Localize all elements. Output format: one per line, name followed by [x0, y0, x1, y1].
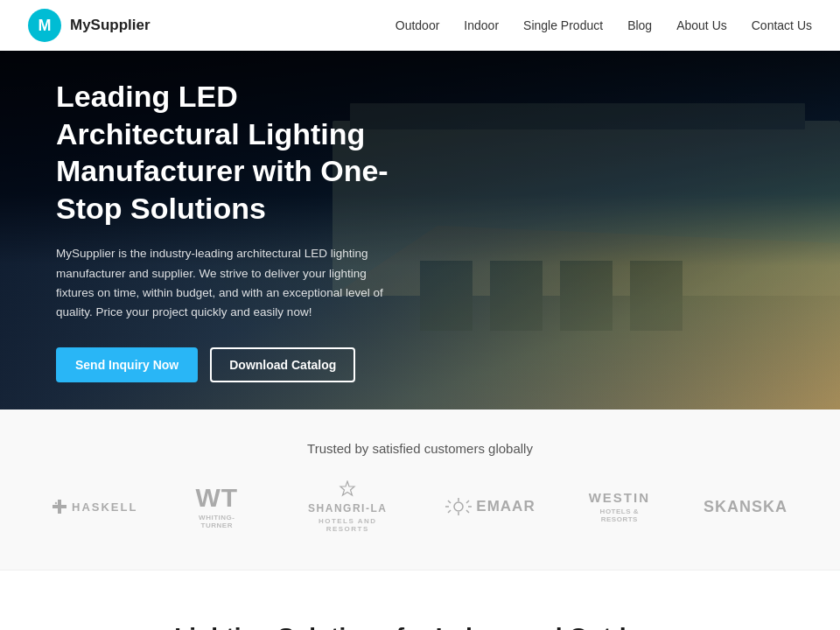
navbar: M MySupplier Outdoor Indoor Single Produ… [0, 0, 840, 51]
solutions-section: Lighting Solutions for Indoor and Outdoo… [0, 570, 840, 630]
brand-emaar: EMAAR [444, 497, 535, 516]
svg-marker-10 [340, 481, 354, 495]
emaar-sun-icon [444, 497, 472, 516]
svg-line-17 [466, 500, 469, 503]
hero-section: Leading LED Architectural Lighting Manuf… [0, 51, 840, 410]
nav-single-product[interactable]: Single Product [523, 18, 603, 32]
hero-title: Leading LED Architectural Lighting Manuf… [56, 78, 399, 227]
shangri-la-icon [338, 480, 357, 500]
brand-name: MySupplier [70, 17, 150, 34]
svg-line-15 [448, 500, 451, 503]
svg-line-16 [466, 510, 469, 513]
trusted-section: Trusted by satisfied customers globally … [0, 410, 840, 570]
nav-about-us[interactable]: About Us [676, 18, 727, 32]
brand-skanska: SKANSKA [704, 498, 788, 516]
nav-indoor[interactable]: Indoor [464, 18, 499, 32]
svg-line-18 [448, 510, 451, 513]
nav-links: Outdoor Indoor Single Product Blog About… [396, 18, 812, 32]
hero-description: MySupplier is the industry-leading archi… [56, 244, 399, 322]
brand-whiting-turner: WT WHITING-TURNER [183, 485, 250, 529]
nav-blog[interactable]: Blog [627, 18, 652, 32]
brand-shangri-la: SHANGRI-LA HOTELS AND RESORTS [296, 480, 399, 533]
trusted-heading: Trusted by satisfied customers globally [52, 441, 788, 456]
logo-icon: M [28, 9, 61, 42]
send-inquiry-button[interactable]: Send Inquiry Now [56, 347, 198, 382]
svg-rect-8 [52, 505, 66, 508]
hero-buttons: Send Inquiry Now Download Catalog [56, 347, 399, 382]
svg-point-19 [454, 502, 463, 511]
brand-haskell: HASKELL [52, 500, 137, 514]
solutions-title: Lighting Solutions for Indoor and Outdoo… [52, 623, 788, 630]
brand-logos-row: HASKELL WT WHITING-TURNER SHANGRI-LA HOT… [52, 480, 788, 533]
nav-contact-us[interactable]: Contact Us [752, 18, 812, 32]
svg-rect-9 [55, 502, 58, 505]
brand-westin: WESTIN HOTELS & RESORTS [581, 490, 658, 523]
logo-area: M MySupplier [28, 9, 150, 42]
haskell-cross-icon [52, 500, 66, 514]
nav-outdoor[interactable]: Outdoor [396, 18, 440, 32]
download-catalog-button[interactable]: Download Catalog [210, 347, 355, 382]
hero-content: Leading LED Architectural Lighting Manuf… [0, 78, 455, 382]
